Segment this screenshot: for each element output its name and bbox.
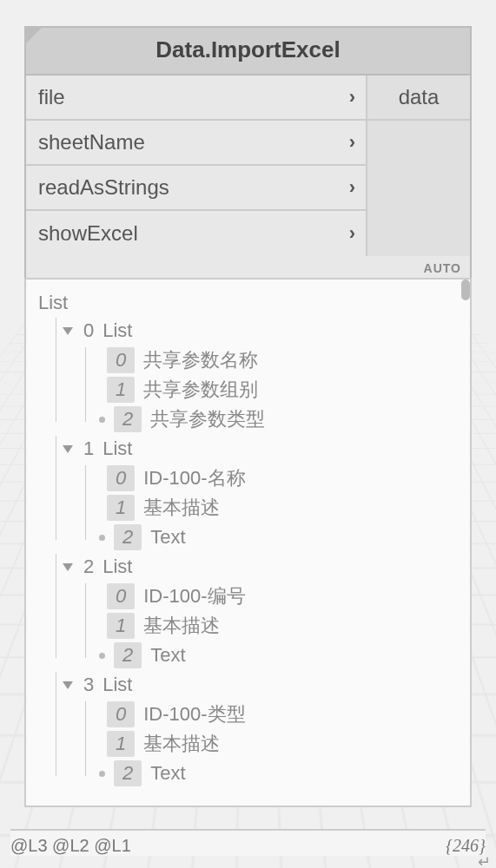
input-port-file[interactable]: file ›	[26, 76, 366, 121]
tree-end-dot-icon	[99, 535, 105, 541]
node-outputs: data	[366, 76, 470, 256]
node-title[interactable]: Data.ImportExcel	[26, 28, 470, 76]
tree-item[interactable]: 1基本描述	[97, 731, 463, 757]
item-index-badge: 1	[107, 377, 135, 403]
input-port-sheetname[interactable]: sheetName ›	[26, 121, 366, 166]
status-bar: @L3 @L2 @L1 {246}	[10, 829, 486, 856]
tree-container: 0 List0共享参数名称1共享参数组别2共享参数类型1 List0ID-100…	[38, 318, 463, 786]
tree-group-header[interactable]: 1 List	[68, 436, 463, 462]
node-data-import-excel[interactable]: Data.ImportExcel file › sheetName › read…	[24, 26, 472, 282]
output-port-data[interactable]: data	[367, 76, 470, 121]
tree-group: 0 List0共享参数名称1共享参数组别2共享参数类型	[38, 318, 463, 432]
tree-group-items: 0ID-100-类型1基本描述2Text	[68, 701, 463, 786]
item-index-badge: 0	[107, 347, 135, 373]
output-preview-panel[interactable]: List 0 List0共享参数名称1共享参数组别2共享参数类型1 List0I…	[24, 278, 472, 807]
tree-line-spacer	[97, 583, 98, 609]
group-index: 1	[83, 436, 94, 462]
tree-item[interactable]: 1共享参数组别	[97, 377, 463, 403]
item-value: 基本描述	[143, 495, 220, 521]
tree-item[interactable]: 2Text	[97, 760, 463, 786]
item-value: 基本描述	[143, 613, 220, 639]
group-label: List	[103, 554, 132, 580]
tree-group: 3 List0ID-100-类型1基本描述2Text	[38, 672, 463, 786]
tree-line-spacer	[97, 495, 98, 521]
chevron-right-icon[interactable]: ›	[349, 176, 355, 199]
input-port-showexcel[interactable]: showExcel ›	[26, 211, 366, 256]
item-index-badge: 2	[114, 406, 142, 432]
tree-group: 1 List0ID-100-名称1基本描述2Text	[38, 436, 463, 550]
tree-item[interactable]: 0ID-100-名称	[97, 465, 463, 491]
chevron-right-icon[interactable]: ›	[349, 222, 355, 245]
tree-group-header[interactable]: 0 List	[68, 318, 463, 344]
tree-line-spacer	[97, 731, 98, 757]
tree-item[interactable]: 0ID-100-类型	[97, 701, 463, 727]
status-levels: @L3 @L2 @L1	[10, 836, 131, 856]
item-index-badge: 2	[114, 642, 142, 668]
item-value: 共享参数名称	[143, 347, 258, 373]
tree-group-header[interactable]: 3 List	[68, 672, 463, 698]
item-value: 基本描述	[143, 731, 220, 757]
tree-line-spacer	[97, 613, 98, 639]
tree-item[interactable]: 0ID-100-编号	[97, 583, 463, 609]
item-value: ID-100-类型	[143, 701, 245, 727]
input-label: showExcel	[38, 221, 349, 246]
scrollbar-thumb[interactable]	[461, 279, 470, 300]
chevron-right-icon[interactable]: ›	[349, 86, 355, 108]
tree-line-spacer	[97, 377, 98, 403]
tree-item[interactable]: 0共享参数名称	[97, 347, 463, 373]
group-index: 2	[83, 554, 94, 580]
tree-group: 2 List0ID-100-编号1基本描述2Text	[38, 554, 463, 668]
node-body: file › sheetName › readAsStrings › showE…	[26, 76, 470, 256]
preview-body: List 0 List0共享参数名称1共享参数组别2共享参数类型1 List0I…	[26, 279, 470, 793]
tree-group-items: 0ID-100-编号1基本描述2Text	[68, 583, 463, 668]
tree-item[interactable]: 2Text	[97, 642, 463, 668]
tree-group-items: 0ID-100-名称1基本描述2Text	[68, 465, 463, 550]
tree-item[interactable]: 2共享参数类型	[97, 406, 463, 432]
tree-item[interactable]: 1基本描述	[97, 495, 463, 521]
tree-group-items: 0共享参数名称1共享参数组别2共享参数类型	[68, 347, 463, 432]
tree-end-dot-icon	[99, 417, 105, 423]
input-label: readAsStrings	[38, 175, 349, 200]
twisty-down-icon[interactable]	[63, 563, 73, 571]
item-value: Text	[150, 524, 185, 550]
node-inputs: file › sheetName › readAsStrings › showE…	[26, 76, 366, 256]
item-value: 共享参数组别	[143, 377, 258, 403]
tree-item[interactable]: 2Text	[97, 524, 463, 550]
group-index: 0	[83, 318, 94, 344]
item-value: ID-100-名称	[143, 465, 245, 491]
twisty-down-icon[interactable]	[63, 445, 73, 453]
tree-end-dot-icon	[99, 771, 105, 777]
tree-root-label: List	[38, 292, 463, 314]
tree-group-header[interactable]: 2 List	[68, 554, 463, 580]
tree-end-dot-icon	[99, 653, 105, 659]
item-index-badge: 2	[114, 524, 142, 550]
twisty-down-icon[interactable]	[63, 681, 73, 689]
group-label: List	[103, 436, 132, 462]
item-value: ID-100-编号	[143, 583, 245, 609]
tree-line-spacer	[97, 465, 98, 491]
item-index-badge: 2	[114, 760, 142, 786]
item-value: Text	[150, 642, 185, 668]
item-index-badge: 0	[107, 583, 135, 609]
return-icon: ↵	[478, 852, 491, 868]
item-index-badge: 1	[107, 731, 135, 757]
input-label: file	[38, 85, 349, 109]
group-label: List	[103, 672, 132, 698]
tree-item[interactable]: 1基本描述	[97, 613, 463, 639]
input-label: sheetName	[38, 130, 349, 155]
output-label: data	[399, 85, 440, 109]
input-port-readasstrings[interactable]: readAsStrings ›	[26, 166, 366, 211]
tree-line-spacer	[97, 347, 98, 373]
item-index-badge: 0	[107, 465, 135, 491]
item-index-badge: 0	[107, 701, 135, 727]
group-index: 3	[83, 672, 94, 698]
item-index-badge: 1	[107, 613, 135, 639]
chevron-right-icon[interactable]: ›	[349, 131, 355, 154]
twisty-down-icon[interactable]	[63, 327, 73, 335]
tree-line-spacer	[97, 701, 98, 727]
item-index-badge: 1	[107, 495, 135, 521]
node-lacing-mode[interactable]: AUTO	[26, 256, 470, 280]
item-value: 共享参数类型	[150, 406, 265, 432]
group-label: List	[103, 318, 132, 344]
item-value: Text	[150, 760, 185, 786]
